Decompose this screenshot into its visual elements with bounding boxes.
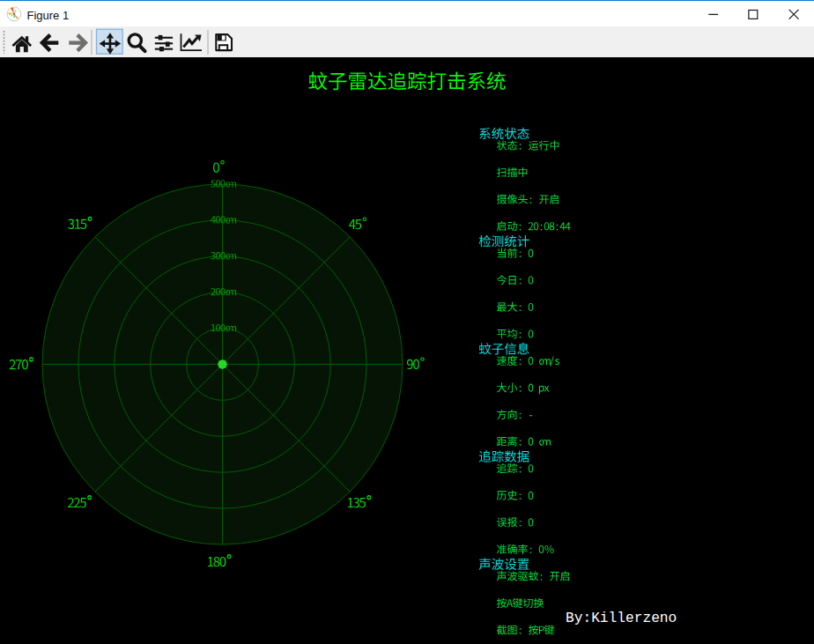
svg-text:Figure 1: Figure 1 — [27, 9, 70, 22]
svg-text:By:Killerzeno: By:Killerzeno — [566, 611, 677, 626]
